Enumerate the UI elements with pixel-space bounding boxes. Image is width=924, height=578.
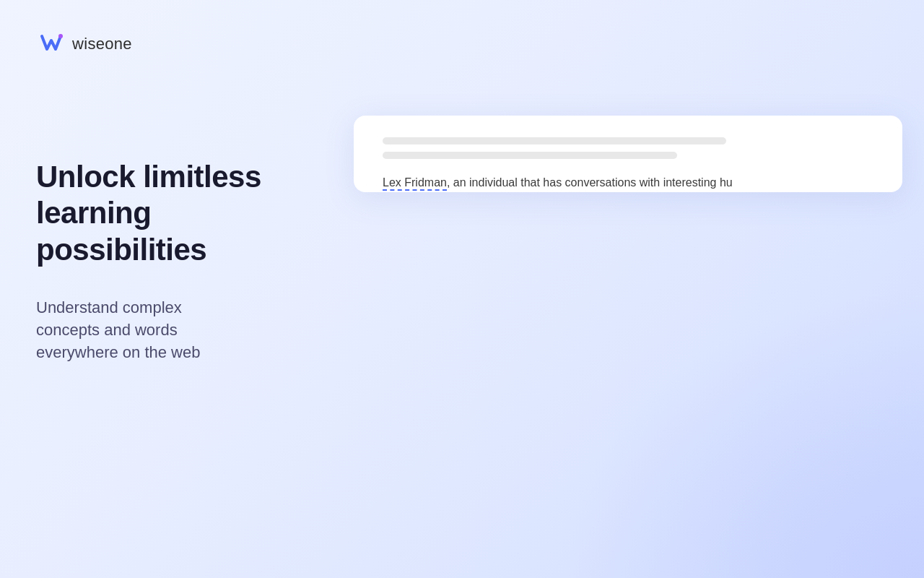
text-excerpt: Lex Fridman, an individual that has conv… [383, 173, 873, 192]
browser-panel: Lex Fridman, an individual that has conv… [354, 116, 902, 192]
skeleton-line-2 [383, 152, 677, 159]
main-heading: Unlock limitless learning possibilities [36, 159, 325, 268]
logo: wiseone [36, 29, 132, 59]
logo-text: wiseone [72, 35, 132, 53]
wiseone-logo-icon [36, 29, 66, 59]
text-excerpt-area: Lex Fridman, an individual that has conv… [383, 173, 873, 192]
skeleton-lines [383, 137, 873, 159]
sub-heading: Understand complex concepts and words ev… [36, 297, 325, 363]
svg-point-0 [58, 34, 63, 38]
highlighted-term: Lex Fridman [383, 176, 447, 191]
hero-section: Unlock limitless learning possibilities … [36, 159, 325, 364]
skeleton-line-1 [383, 137, 726, 144]
